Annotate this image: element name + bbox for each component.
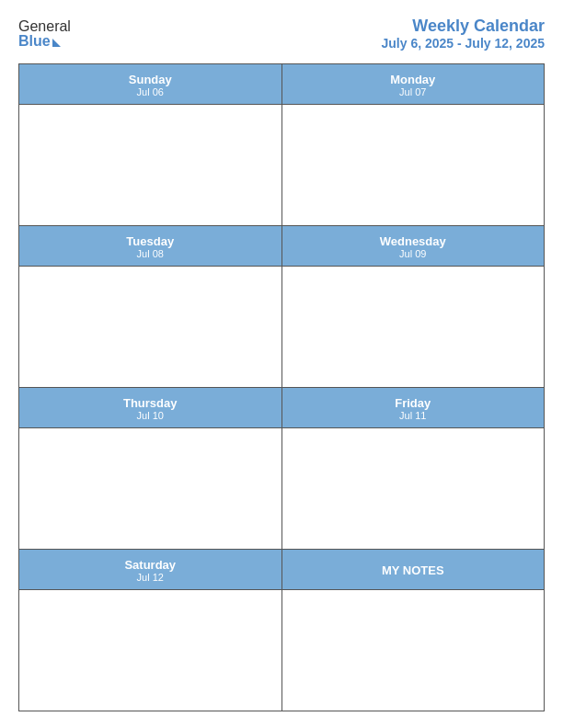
friday-label: Friday xyxy=(395,396,431,410)
content-row-2 xyxy=(19,267,544,388)
logo-text: General Blue xyxy=(18,19,71,49)
friday-date: Jul 11 xyxy=(399,410,426,421)
monday-date: Jul 07 xyxy=(399,86,426,97)
sunday-label: Sunday xyxy=(129,73,172,86)
cell-saturday-content xyxy=(19,590,282,711)
header-row-1: Sunday Jul 06 Monday Jul 07 xyxy=(19,64,544,105)
cell-thursday-content xyxy=(19,428,282,549)
cell-sunday-content xyxy=(19,105,282,225)
content-row-3 xyxy=(19,428,544,550)
date-range: July 6, 2025 - July 12, 2025 xyxy=(382,36,545,51)
header-title: Weekly Calendar July 6, 2025 - July 12, … xyxy=(382,17,545,51)
calendar: Sunday Jul 06 Monday Jul 07 Tuesday Jul … xyxy=(18,63,545,711)
tuesday-label: Tuesday xyxy=(126,234,174,248)
calendar-title: Weekly Calendar xyxy=(382,17,545,36)
content-row-1 xyxy=(19,105,544,226)
notes-label: MY NOTES xyxy=(382,563,444,577)
cell-monday-header: Monday Jul 07 xyxy=(282,64,545,104)
saturday-label: Saturday xyxy=(124,558,176,572)
cell-saturday-header: Saturday Jul 12 xyxy=(19,550,282,589)
thursday-date: Jul 10 xyxy=(137,410,164,421)
cell-tuesday-header: Tuesday Jul 08 xyxy=(19,226,282,266)
page: General Blue Weekly Calendar July 6, 202… xyxy=(0,0,563,728)
logo-triangle-icon xyxy=(52,39,61,47)
logo-general-text: General xyxy=(18,19,71,34)
sunday-date: Jul 06 xyxy=(137,86,164,97)
monday-label: Monday xyxy=(390,73,435,86)
logo: General Blue xyxy=(18,19,71,49)
cell-friday-content xyxy=(282,428,545,549)
cell-monday-content xyxy=(282,105,545,225)
wednesday-date: Jul 09 xyxy=(399,248,426,259)
cell-notes-header: MY NOTES xyxy=(282,550,545,589)
cell-sunday-header: Sunday Jul 06 xyxy=(19,64,282,104)
saturday-date: Jul 12 xyxy=(137,572,164,583)
cell-wednesday-header: Wednesday Jul 09 xyxy=(282,226,545,266)
cell-thursday-header: Thursday Jul 10 xyxy=(19,388,282,427)
logo-blue-text: Blue xyxy=(18,34,51,49)
header-row-2: Tuesday Jul 08 Wednesday Jul 09 xyxy=(19,226,544,267)
cell-notes-content xyxy=(282,590,545,711)
cell-friday-header: Friday Jul 11 xyxy=(282,388,545,427)
cell-wednesday-content xyxy=(282,267,545,387)
header: General Blue Weekly Calendar July 6, 202… xyxy=(18,17,545,51)
content-row-4 xyxy=(19,590,544,711)
header-row-4: Saturday Jul 12 MY NOTES xyxy=(19,550,544,590)
wednesday-label: Wednesday xyxy=(380,234,446,248)
header-row-3: Thursday Jul 10 Friday Jul 11 xyxy=(19,388,544,428)
thursday-label: Thursday xyxy=(123,396,178,410)
tuesday-date: Jul 08 xyxy=(137,248,164,259)
cell-tuesday-content xyxy=(19,267,282,387)
